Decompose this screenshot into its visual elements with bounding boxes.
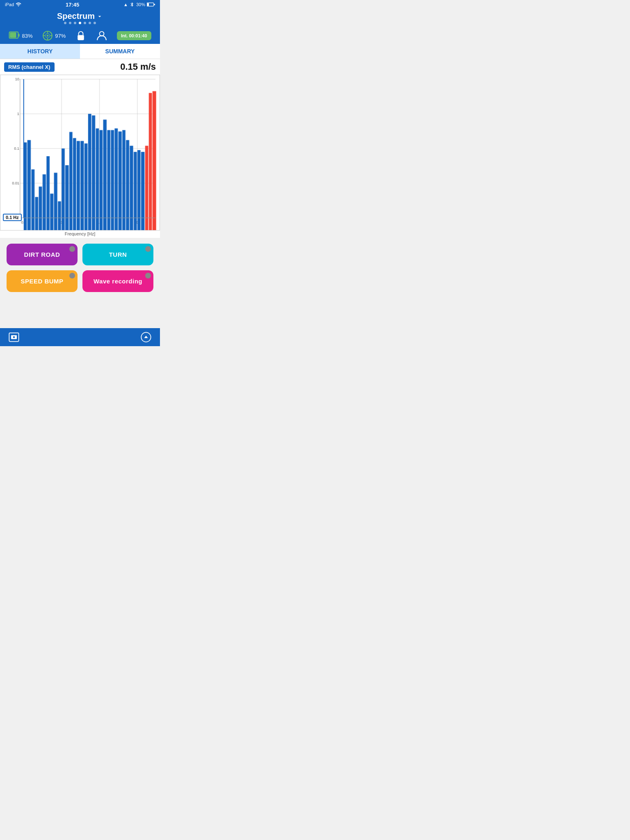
- action-buttons: DIRT ROAD TURN SPEED BUMP Wave recording: [0, 238, 160, 298]
- speed-bump-button[interactable]: SPEED BUMP: [7, 270, 78, 292]
- svg-point-8: [47, 35, 49, 37]
- chart-container: RMS (channel X) 0.15 m/s 0.1 Hz Frequenc…: [0, 59, 160, 238]
- rms-value: 0.15 m/s: [120, 62, 156, 72]
- chevron-down-icon: [96, 13, 103, 20]
- page-title[interactable]: Spectrum: [57, 11, 103, 21]
- tabs: HISTORY SUMMARY: [0, 44, 160, 59]
- tab-history[interactable]: HISTORY: [0, 44, 80, 59]
- dirt-road-indicator: [69, 246, 75, 252]
- title-text: Spectrum: [57, 11, 95, 21]
- svg-rect-14: [78, 35, 84, 40]
- lock-status: [75, 30, 87, 41]
- bluetooth-icon: [130, 2, 135, 7]
- svg-point-18: [13, 336, 15, 338]
- battery-percent: 83%: [22, 33, 32, 39]
- time-display: 17:45: [66, 2, 79, 8]
- speed-bump-indicator: [69, 273, 75, 278]
- up-arrow-icon[interactable]: [140, 331, 152, 343]
- dot-3: [74, 22, 76, 24]
- user-status: [96, 30, 107, 41]
- wave-recording-button[interactable]: Wave recording: [82, 270, 153, 292]
- status-bar: iPad 17:45 ▲ 30%: [0, 0, 160, 9]
- dot-7: [94, 22, 96, 24]
- gps-icon: [42, 30, 53, 41]
- lock-icon: [75, 30, 87, 41]
- wifi-icon: [16, 2, 21, 7]
- dot-5: [84, 22, 86, 24]
- chart-area[interactable]: 0.1 Hz: [0, 75, 160, 231]
- dot-2: [69, 22, 71, 24]
- app-header: Spectrum: [0, 9, 160, 27]
- location-icon: ▲: [123, 2, 128, 7]
- frequency-axis-label: Frequency [Hz]: [0, 231, 160, 238]
- tab-summary[interactable]: SUMMARY: [80, 44, 160, 59]
- interval-button[interactable]: Int. 00:01:40: [117, 31, 151, 40]
- bottom-bar: [0, 328, 160, 346]
- battery-status-icon: [9, 30, 20, 41]
- gps-status: 97%: [42, 30, 66, 41]
- turn-indicator: [145, 246, 151, 252]
- device-label: iPad: [5, 2, 14, 7]
- battery-label: 30%: [136, 2, 145, 7]
- svg-rect-4: [10, 32, 17, 37]
- svg-rect-2: [154, 4, 155, 5]
- status-right: ▲ 30%: [123, 2, 155, 7]
- rms-badge: RMS (channel X): [4, 62, 55, 72]
- svg-rect-6: [19, 34, 20, 37]
- gps-percent: 97%: [55, 33, 66, 39]
- icons-bar: 83% 97% Int. 00:01:40: [0, 27, 160, 44]
- chart-header: RMS (channel X) 0.15 m/s: [0, 59, 160, 75]
- dot-6: [89, 22, 91, 24]
- spectrum-chart[interactable]: [0, 75, 160, 230]
- turn-button[interactable]: TURN: [82, 244, 153, 265]
- home-icon[interactable]: [8, 331, 20, 343]
- battery-status: 83%: [9, 30, 32, 41]
- wave-recording-indicator: [145, 273, 151, 278]
- battery-icon: [147, 2, 155, 7]
- status-left: iPad: [5, 2, 21, 7]
- dirt-road-button[interactable]: DIRT ROAD: [7, 244, 78, 265]
- frequency-cursor: 0.1 Hz: [3, 214, 22, 221]
- dot-1: [64, 22, 66, 24]
- user-icon: [96, 30, 107, 41]
- dot-4: [79, 22, 81, 24]
- svg-rect-1: [147, 3, 149, 6]
- page-indicator: [0, 22, 160, 26]
